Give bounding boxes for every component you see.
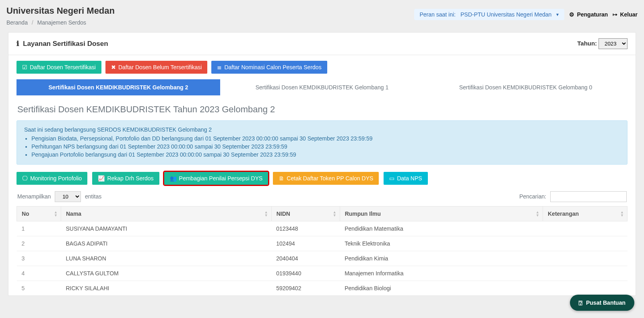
info-alert-item: Pengajuan Portofolio berlangsung dari 01…: [31, 151, 620, 159]
list-icon: ≣: [217, 64, 222, 70]
year-select[interactable]: 2023: [599, 38, 627, 49]
rekap-drh-button[interactable]: 📈 Rekap Drh Serdos: [92, 172, 159, 185]
col-nidn-label: NIDN: [277, 211, 290, 217]
monitoring-label: Monitoring Portofolio: [30, 175, 82, 182]
role-selector[interactable]: Peran saat ini: PSD-PTU Universitas Nege…: [414, 9, 565, 20]
cell-nama: SUSIYANA DAMAYANTI: [61, 221, 272, 236]
cell-rumpun: Pendidikan Kimia: [340, 251, 543, 266]
table-row: 4 CALLYSTA GULTOM 01939440 Manajemen Inf…: [17, 266, 627, 281]
data-nps-button[interactable]: ▭ Data NPS: [384, 172, 427, 185]
tab-wave-1[interactable]: Sertifikasi Dosen KEMDIKBUDRISTEK Gelomb…: [220, 79, 424, 95]
primary-button-row: ☑ Daftar Dosen Tersertifikasi ✖ Daftar D…: [8, 55, 636, 79]
rekap-label: Rekap Drh Serdos: [107, 175, 153, 182]
cell-keterangan: [543, 266, 627, 281]
check-icon: ☑: [22, 64, 27, 70]
page-length-select[interactable]: 10: [55, 191, 81, 202]
info-alert-list: Pengisian Biodata, Persepsional, Portofo…: [31, 134, 620, 159]
card-icon: ▭: [389, 175, 394, 182]
info-alert-headline: Saat ini sedang berlangsung SERDOS KEMDI…: [24, 126, 620, 133]
col-keterangan-label: Keterangan: [548, 211, 579, 217]
data-table: No ▲▼ Nama ▲▼ NIDN ▲▼ Rumpun Ilmu ▲▼ Ket…: [17, 206, 627, 295]
logout-icon: ↦: [613, 11, 617, 18]
info-alert-item: Pengisian Biodata, Persepsional, Portofo…: [31, 134, 620, 142]
help-center-button[interactable]: ⍰ Pusat Bantuan: [570, 295, 634, 296]
cell-no: 5: [17, 281, 61, 296]
info-alert-item: Perhitungan NPS berlangsung dari 01 Sept…: [31, 142, 620, 151]
cell-rumpun: Teknik Elektronika: [340, 236, 543, 251]
cell-keterangan: [543, 236, 627, 251]
main-card: ℹ Layanan Sertifikasi Dosen Tahun: 2023 …: [8, 32, 636, 296]
pembagian-penilai-button[interactable]: 👥 Pembagian Penilai Persepsi DYS: [164, 172, 268, 185]
role-label: Peran saat ini:: [420, 11, 456, 18]
show-suffix: entitas: [85, 193, 101, 200]
table-row: 5 RICKY SILALAHI 59209402 Pendidikan Bio…: [17, 281, 627, 296]
tab-wave-1-label: Sertifikasi Dosen KEMDIKBUDRISTEK Gelomb…: [256, 84, 389, 91]
settings-link[interactable]: ⚙ Pengaturan: [569, 11, 608, 18]
certified-button[interactable]: ☑ Daftar Dosen Tersertifikasi: [17, 61, 101, 74]
col-no-label: No: [22, 211, 29, 217]
show-prefix: Menampilkan: [17, 193, 51, 200]
cell-rumpun: Pendidikan Biologi: [340, 281, 543, 296]
cell-no: 3: [17, 251, 61, 266]
col-nama[interactable]: Nama ▲▼: [61, 206, 272, 221]
cell-no: 2: [17, 236, 61, 251]
nomination-label: Daftar Nominasi Calon Peserta Serdos: [224, 64, 321, 70]
logout-link[interactable]: ↦ Keluar: [613, 11, 638, 18]
close-icon: ✖: [111, 64, 116, 70]
card-title: ℹ Layanan Sertifikasi Dosen: [17, 39, 108, 48]
breadcrumb: Beranda / Manajemen Serdos: [6, 19, 115, 26]
chevron-down-icon: ▾: [556, 12, 559, 17]
cell-keterangan: [543, 221, 627, 236]
tab-wave-2[interactable]: Sertifikasi Dosen KEMDIKBUDRISTEK Gelomb…: [17, 79, 220, 95]
nomination-button[interactable]: ≣ Daftar Nominasi Calon Peserta Serdos: [211, 61, 327, 74]
pembagian-label: Pembagian Penilai Persepsi DYS: [179, 175, 263, 182]
search-input[interactable]: [550, 191, 627, 202]
cell-no: 1: [17, 221, 61, 236]
certified-label: Daftar Dosen Tersertifikasi: [30, 64, 96, 70]
wave-tabs: Sertifikasi Dosen KEMDIKBUDRISTEK Gelomb…: [17, 79, 627, 95]
tab-wave-0[interactable]: Sertifikasi Dosen KEMDIKBUDRISTEK Gelomb…: [424, 79, 627, 95]
brand-title: Universitas Negeri Medan: [6, 6, 115, 16]
users-icon: 👥: [170, 175, 177, 182]
cell-nama: BAGAS ADIPATI: [61, 236, 272, 251]
cetak-label: Cetak Daftar Token PP Calon DYS: [287, 175, 373, 182]
col-nidn[interactable]: NIDN ▲▼: [271, 206, 340, 221]
settings-label: Pengaturan: [577, 11, 608, 18]
sort-icon: ▲▼: [536, 211, 539, 217]
cetak-token-button[interactable]: 🗎 Cetak Daftar Token PP Calon DYS: [273, 172, 379, 185]
col-nama-label: Nama: [66, 211, 81, 217]
card-title-text: Layanan Sertifikasi Dosen: [23, 40, 108, 48]
cell-nidn: 102494: [271, 236, 340, 251]
table-body: 1 SUSIYANA DAMAYANTI 0123448 Pendidikan …: [17, 221, 627, 296]
table-header-row: No ▲▼ Nama ▲▼ NIDN ▲▼ Rumpun Ilmu ▲▼ Ket…: [17, 206, 627, 221]
info-icon: ℹ: [17, 39, 19, 48]
year-label: Tahun:: [577, 40, 597, 47]
cell-nidn: 0123448: [271, 221, 340, 236]
col-rumpun[interactable]: Rumpun Ilmu ▲▼: [340, 206, 543, 221]
topbar: Universitas Negeri Medan Beranda / Manaj…: [0, 0, 644, 29]
sort-icon: ▲▼: [333, 211, 336, 217]
topbar-left: Universitas Negeri Medan Beranda / Manaj…: [6, 3, 115, 26]
col-no[interactable]: No ▲▼: [17, 206, 61, 221]
card-header: ℹ Layanan Sertifikasi Dosen Tahun: 2023: [8, 33, 636, 55]
cell-keterangan: [543, 251, 627, 266]
table-row: 2 BAGAS ADIPATI 102494 Teknik Elektronik…: [17, 236, 627, 251]
uncertified-button[interactable]: ✖ Daftar Dosen Belum Tersertifikasi: [105, 61, 207, 74]
cell-keterangan: [543, 281, 627, 296]
cell-rumpun: Pendidikan Matematika: [340, 221, 543, 236]
table-row: 3 LUNA SHARON 2040404 Pendidikan Kimia: [17, 251, 627, 266]
breadcrumb-current: Manajemen Serdos: [37, 19, 86, 26]
section-heading: Sertifikasi Dosen KEMDIKBUDRISTEK Tahun …: [8, 101, 636, 118]
year-picker: Tahun: 2023: [577, 38, 627, 49]
table-length-control: Menampilkan 10 entitas: [17, 191, 101, 202]
uncertified-label: Daftar Dosen Belum Tersertifikasi: [118, 64, 202, 70]
col-rumpun-label: Rumpun Ilmu: [345, 211, 381, 217]
print-icon: 🗎: [279, 175, 284, 182]
cell-rumpun: Manajemen Informatika: [340, 266, 543, 281]
monitoring-portofolio-button[interactable]: 🖵 Monitoring Portofolio: [17, 172, 87, 185]
cell-nama: RICKY SILALAHI: [61, 281, 272, 296]
search-label: Pencarian:: [519, 193, 546, 200]
col-keterangan[interactable]: Keterangan ▲▼: [543, 206, 627, 221]
breadcrumb-home[interactable]: Beranda: [6, 19, 28, 26]
sort-icon: ▲▼: [264, 211, 268, 217]
